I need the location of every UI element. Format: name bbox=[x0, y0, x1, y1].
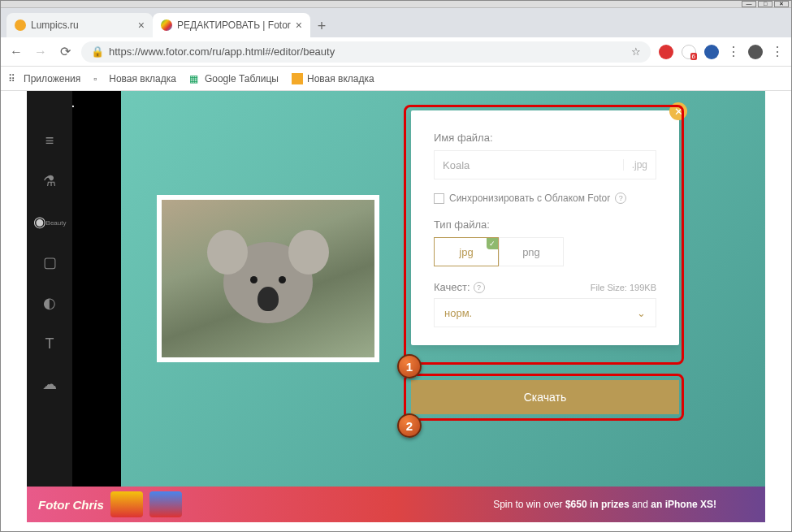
bookmarks-bar: ⠿ Приложения ▫ Новая вкладка ▦ Google Та… bbox=[0, 67, 792, 91]
tab-fotor[interactable]: РЕДАКТИРОВАТЬ | Fotor × bbox=[153, 13, 310, 37]
adjust-icon[interactable]: ≡ bbox=[41, 132, 58, 149]
window-chrome: — □ ✕ bbox=[0, 0, 792, 8]
tab-title: Lumpics.ru bbox=[31, 19, 79, 31]
bookmark-label: Новая вкладка bbox=[109, 73, 176, 84]
star-icon[interactable]: ☆ bbox=[631, 45, 641, 58]
close-icon[interactable]: × bbox=[138, 19, 145, 32]
tool-sidebar: ≡ ⚗ ◉Beauty ▢ ◐ T ☁ ? bbox=[27, 91, 72, 522]
menu-icon[interactable]: ⋮ bbox=[727, 44, 740, 59]
page-icon bbox=[292, 73, 303, 84]
close-icon[interactable]: × bbox=[296, 19, 302, 32]
ext-icon[interactable] bbox=[659, 45, 673, 59]
cloud-icon[interactable]: ☁ bbox=[41, 375, 58, 393]
bookmark-label: Приложения bbox=[24, 73, 80, 84]
apps-icon: ⠿ bbox=[8, 73, 19, 84]
bookmark-item[interactable]: ▦ Google Таблицы bbox=[189, 73, 279, 84]
close-window-button[interactable]: ✕ bbox=[774, 1, 789, 7]
minimize-button[interactable]: — bbox=[742, 1, 756, 7]
banner-text: Spin to win over $650 in prizes and an i… bbox=[493, 499, 716, 510]
apps-button[interactable]: ⠿ Приложения bbox=[8, 73, 80, 84]
new-tab-button[interactable]: + bbox=[310, 15, 333, 37]
flask-icon[interactable]: ⚗ bbox=[41, 172, 58, 190]
tab-lumpics[interactable]: Lumpics.ru × bbox=[6, 13, 153, 37]
back-button[interactable]: ← bbox=[8, 44, 24, 60]
promo-banner[interactable]: Fotor Chris Spin to win over $650 in pri… bbox=[27, 487, 765, 522]
bookmark-item[interactable]: ▫ Новая вкладка bbox=[93, 73, 176, 84]
address-bar: ← → ⟳ 🔒 https://www.fotor.com/ru/app.htm… bbox=[0, 37, 792, 67]
image-preview-frame bbox=[157, 195, 379, 362]
tab-title: РЕДАКТИРОВАТЬ | Fotor bbox=[177, 19, 291, 31]
ext-icon[interactable]: 6 bbox=[682, 45, 696, 59]
bookmark-label: Google Таблицы bbox=[205, 73, 279, 84]
bookmark-item[interactable]: Новая вкладка bbox=[292, 73, 374, 84]
app-viewport: fotor• ≡ ⚗ ◉Beauty ▢ ◐ T ☁ ? Lumpics Lu … bbox=[27, 91, 765, 522]
page-icon: ▫ bbox=[93, 73, 105, 84]
address-field[interactable]: 🔒 https://www.fotor.com/ru/app.html#/edi… bbox=[81, 41, 651, 63]
beauty-icon[interactable]: ◉Beauty bbox=[41, 213, 58, 231]
extension-icons: 6 ⋮ ⋮ bbox=[659, 44, 784, 59]
bookmark-label: Новая вкладка bbox=[307, 73, 374, 84]
favicon-icon bbox=[15, 19, 26, 31]
tab-strip: Lumpics.ru × РЕДАКТИРОВАТЬ | Fotor × + bbox=[0, 8, 792, 37]
callout-marker-1: 1 bbox=[397, 354, 422, 378]
sheets-icon: ▦ bbox=[189, 73, 201, 84]
koala-image bbox=[162, 200, 374, 357]
forward-button[interactable]: → bbox=[32, 44, 49, 60]
annotation-box-2 bbox=[404, 374, 684, 421]
banner-title: Fotor Chris bbox=[38, 498, 104, 512]
favicon-icon bbox=[161, 19, 172, 31]
reload-button[interactable]: ⟳ bbox=[57, 44, 73, 60]
profile-avatar[interactable] bbox=[748, 45, 763, 59]
lock-icon: 🔒 bbox=[91, 45, 104, 58]
chrome-menu-icon[interactable]: ⋮ bbox=[771, 44, 784, 59]
gift-icon bbox=[149, 491, 182, 517]
sticker-icon[interactable]: ◐ bbox=[41, 294, 58, 312]
frame-icon[interactable]: ▢ bbox=[41, 253, 58, 271]
gift-icon bbox=[110, 491, 143, 517]
maximize-button[interactable]: □ bbox=[758, 1, 773, 7]
url-text: https://www.fotor.com/ru/app.html#/edito… bbox=[109, 45, 335, 58]
callout-marker-2: 2 bbox=[397, 413, 422, 438]
annotation-box-1 bbox=[404, 105, 684, 365]
text-icon[interactable]: T bbox=[41, 335, 58, 353]
ext-icon[interactable] bbox=[704, 45, 719, 59]
